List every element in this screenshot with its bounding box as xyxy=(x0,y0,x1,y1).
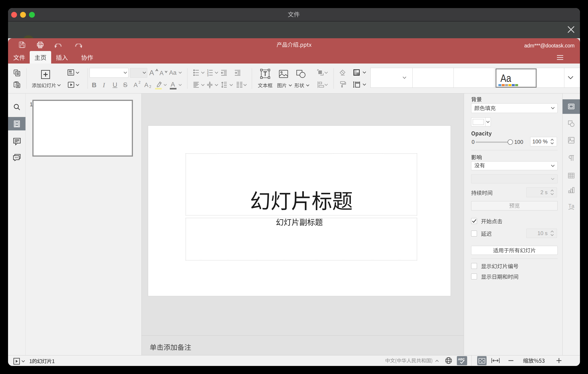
svg-text:T: T xyxy=(568,203,571,209)
svg-text:3: 3 xyxy=(207,74,209,77)
svg-text:a: a xyxy=(571,203,574,209)
